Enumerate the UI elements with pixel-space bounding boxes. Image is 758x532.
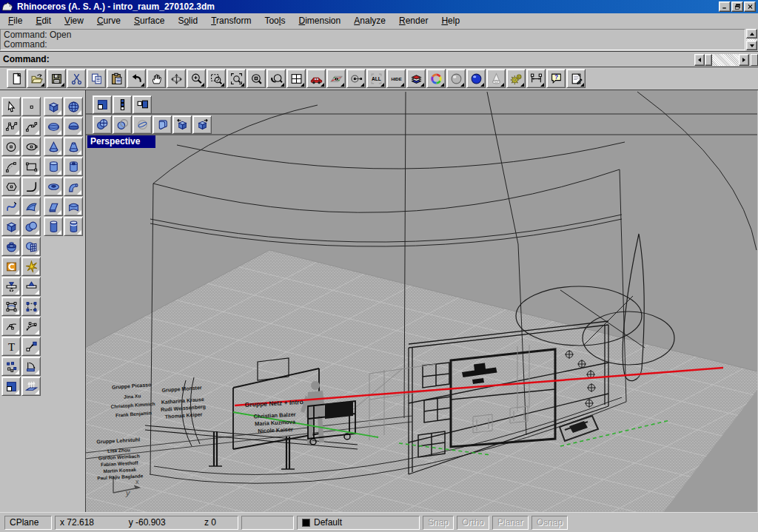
arc-button[interactable] [1, 157, 21, 176]
render-scene-button[interactable] [466, 69, 486, 88]
zoom-selected-button[interactable] [246, 69, 266, 88]
surface-cylinder-a-button[interactable] [44, 217, 63, 236]
dimension-button[interactable] [526, 69, 546, 88]
close-button[interactable] [744, 1, 756, 12]
wireframe-display-button[interactable] [133, 115, 152, 134]
menu-transform[interactable]: Transform [204, 14, 258, 27]
set-cplane-button[interactable] [326, 69, 346, 88]
cut-button[interactable] [67, 69, 86, 88]
title-bar[interactable]: Rhinoceros (A. S. A.) - intro_raum_27010… [0, 0, 758, 13]
edit-points-button[interactable] [1, 357, 21, 376]
scroll-right-button[interactable] [739, 54, 749, 66]
menu-solid[interactable]: Solid [171, 14, 204, 27]
scroll-down-button[interactable] [746, 41, 757, 50]
toggle-planar[interactable]: Planar [492, 516, 529, 530]
undo-button[interactable] [127, 69, 146, 88]
edit-layers-2-button[interactable] [1, 377, 21, 396]
toggle-snap[interactable]: Snap [423, 516, 454, 530]
command-prompt-scrollbar[interactable] [694, 54, 749, 66]
text-object-button[interactable]: T [1, 337, 21, 356]
patch-surface-button[interactable] [21, 197, 41, 216]
single-point-button[interactable] [21, 97, 41, 116]
scrollbar-thumb[interactable] [705, 54, 712, 66]
solid-truncated-cone-button[interactable] [64, 137, 83, 156]
polygon-button[interactable] [1, 177, 21, 196]
object-properties-button[interactable] [426, 69, 446, 88]
minimize-button[interactable] [719, 1, 731, 12]
control-point-curve-button[interactable] [21, 117, 41, 136]
extrude-planar-button[interactable] [44, 197, 63, 216]
restore-button[interactable] [731, 1, 743, 12]
named-views-button[interactable] [306, 69, 326, 88]
next-view-button[interactable] [192, 115, 212, 134]
adjust-seam-button[interactable] [21, 317, 41, 336]
hide-objects-button[interactable]: HIDE [386, 69, 406, 88]
command-prompt-bar[interactable]: Command: [0, 51, 758, 67]
menu-view[interactable]: View [58, 14, 90, 27]
maximize-viewport-button[interactable] [93, 95, 112, 114]
solid-ellipsoid-button[interactable] [44, 117, 63, 136]
select-pointer-button[interactable] [1, 97, 21, 116]
control-points-on-button[interactable] [1, 297, 21, 316]
cplane-button[interactable]: CPlane [4, 516, 52, 530]
zoom-extents-all-button[interactable]: ALL [366, 69, 386, 88]
shaded-display-button[interactable] [93, 115, 112, 134]
polyline-button[interactable] [1, 117, 21, 136]
undo-view-change-button[interactable] [266, 69, 286, 88]
menu-render[interactable]: Render [392, 14, 435, 27]
options-button[interactable] [506, 69, 526, 88]
rotate-view-button[interactable] [167, 69, 186, 88]
pan-view-button[interactable] [147, 69, 166, 88]
join-curve-button[interactable] [21, 277, 41, 296]
notes-button[interactable] [566, 69, 586, 88]
boolean-union-button[interactable] [21, 217, 41, 236]
solid-pipe-button[interactable] [64, 177, 83, 196]
viewport-layout-button[interactable] [286, 69, 306, 88]
paste-button[interactable] [107, 69, 126, 88]
circle-button[interactable] [1, 137, 21, 156]
rotate-button[interactable] [21, 357, 41, 376]
split-viewport-vertical-button[interactable] [113, 95, 132, 114]
split-viewport-horizontal-button[interactable] [133, 95, 152, 114]
solid-box-2-button[interactable] [44, 97, 63, 116]
menu-curve[interactable]: Curve [90, 14, 127, 27]
edit-layers-button[interactable] [406, 69, 426, 88]
rectangle-button[interactable] [21, 157, 41, 176]
layer-indicator[interactable]: Default [297, 516, 420, 530]
command-history[interactable]: Command: Open Command: [0, 29, 745, 50]
toggle-ortho[interactable]: Ortho [457, 516, 489, 530]
surface-normals-button[interactable] [21, 377, 41, 396]
toggle-osnap[interactable]: Osnap [531, 516, 568, 530]
object-visibility-button[interactable] [346, 69, 366, 88]
menu-file[interactable]: File [1, 14, 29, 27]
help-button[interactable]: ? [546, 69, 566, 88]
solid-hemisphere-button[interactable] [64, 117, 83, 136]
viewport-title[interactable]: Perspective [87, 135, 155, 148]
copy-button[interactable] [87, 69, 106, 88]
open-file-button[interactable] [27, 69, 46, 88]
menu-surface[interactable]: Surface [127, 14, 171, 27]
menu-help[interactable]: Help [435, 14, 466, 27]
spotlight-button[interactable] [486, 69, 506, 88]
extrude-curved-button[interactable] [64, 197, 83, 216]
ellipse-button[interactable] [21, 137, 41, 156]
split-curve-button[interactable] [1, 277, 21, 296]
solid-tube-button[interactable] [64, 157, 83, 176]
solid-sphere-button[interactable] [64, 97, 83, 116]
scale-button[interactable] [21, 337, 41, 356]
zoom-extents-button[interactable] [227, 69, 246, 88]
menu-tools[interactable]: Tools [258, 14, 292, 27]
previous-view-button[interactable] [172, 115, 192, 134]
trim-button[interactable] [1, 257, 21, 276]
menu-edit[interactable]: Edit [29, 14, 58, 27]
perspective-viewport[interactable]: y x Gruppe Picasso Jina Xu Christoph Kim… [86, 90, 757, 512]
surface-cylinder-b-button[interactable] [64, 217, 83, 236]
fillet-curve-button[interactable] [21, 177, 41, 196]
adjust-curve-button[interactable] [1, 317, 21, 336]
solid-cone-button[interactable] [44, 137, 63, 156]
solid-box-button[interactable] [1, 217, 21, 236]
sketch-button[interactable] [1, 197, 21, 216]
zoom-dynamic-button[interactable] [187, 69, 206, 88]
new-file-button[interactable] [7, 69, 26, 88]
menu-dimension[interactable]: Dimension [292, 14, 347, 27]
